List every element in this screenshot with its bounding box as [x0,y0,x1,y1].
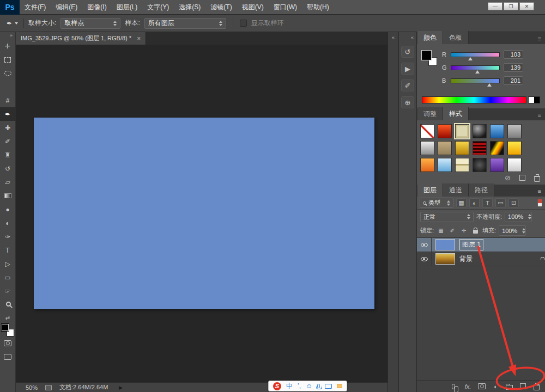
sogou-logo[interactable]: S [273,382,281,390]
menu-item-layer[interactable]: 图层(L) [112,0,143,15]
slider-thumb-icon[interactable] [468,57,473,60]
crop-tool[interactable]: # [0,94,16,107]
tab-adjustments[interactable]: 调整 [417,107,443,120]
style-swatch-no-style[interactable] [420,124,434,138]
adjustment-layer-button[interactable]: ◐ [492,383,499,390]
filter-adjustment-layers-button[interactable]: ◐ [469,198,480,207]
quick-mask-button[interactable] [0,336,16,350]
menu-item-select[interactable]: 选择(S) [174,0,205,15]
shape-tool[interactable]: ▭ [0,271,16,284]
style-swatch[interactable] [438,141,452,155]
style-swatch[interactable] [438,158,452,172]
blue-slider[interactable] [451,78,500,83]
clone-stamp-tool[interactable]: ♜ [0,148,16,162]
ime-punctuation-toggle[interactable]: ’, [298,383,301,389]
new-layer-button[interactable] [519,383,526,389]
layer-name[interactable]: 背景 [459,254,473,264]
pen-tool[interactable]: ✑ [0,230,16,243]
red-slider[interactable] [451,52,500,57]
blur-tool[interactable]: ● [0,203,16,216]
close-document-icon[interactable]: × [137,35,141,42]
filter-pixel-layers-button[interactable]: ▦ [456,198,467,207]
canvas-image[interactable] [34,118,374,309]
sample-size-dropdown[interactable]: 取样点 [60,18,120,29]
path-selection-tool[interactable]: ▷ [0,257,16,271]
gradient-tool[interactable] [0,189,16,203]
lock-transparent-pixels-button[interactable]: ▦ [437,226,445,235]
menu-item-image[interactable]: 图像(I) [82,0,111,15]
new-group-button[interactable] [506,383,513,390]
panel-menu-icon[interactable]: ≡ [538,35,541,42]
tab-color[interactable]: 颜色 [417,31,443,44]
ime-mic-button[interactable] [317,384,320,388]
clone-source-panel-button[interactable]: ⊕ [401,96,414,108]
menu-item-help[interactable]: 帮助(H) [302,0,334,15]
new-style-button[interactable] [519,175,525,181]
lock-position-button[interactable]: ✛ [459,226,468,235]
lock-all-button[interactable] [471,226,480,235]
show-sampling-ring-checkbox[interactable] [240,20,247,27]
menu-item-view[interactable]: 视图(V) [237,0,269,15]
style-swatch-selected[interactable] [455,124,469,138]
filter-type-dropdown[interactable]: 类型 [420,198,453,208]
screen-mode-button[interactable] [0,350,16,364]
layer-visibility-toggle[interactable] [417,238,432,252]
brush-tool[interactable]: ✐ [0,134,16,148]
dodge-tool[interactable]: ◐ [0,216,16,230]
style-swatch[interactable] [490,141,504,155]
canvas-area[interactable] [16,45,387,382]
tool-preset-picker[interactable]: ✒ [3,19,24,28]
style-swatch[interactable] [473,158,487,172]
menu-item-filter[interactable]: 滤镜(T) [205,0,237,15]
menu-item-edit[interactable]: 编辑(E) [51,0,82,15]
fill-dropdown[interactable]: 100% [499,225,526,236]
add-layer-mask-button[interactable] [478,383,486,389]
link-layers-button[interactable] [451,384,458,389]
tab-paths[interactable]: 路径 [469,183,494,197]
minimize-button[interactable]: — [488,2,502,10]
type-tool[interactable]: T [0,243,16,257]
tab-channels[interactable]: 通道 [443,183,469,197]
style-swatch[interactable] [490,124,504,138]
filter-smart-objects-button[interactable]: ⊡ [508,198,519,207]
style-swatch[interactable] [473,141,487,155]
style-swatch[interactable] [507,141,522,155]
toolbar-collapse-button[interactable]: » [10,32,15,39]
status-menu-arrow[interactable]: ▶ [119,385,123,390]
tab-swatches[interactable]: 色板 [443,31,469,44]
sample-dropdown[interactable]: 所有图层 [144,18,226,29]
zoom-level[interactable]: 50% [26,384,38,391]
ime-emoji-button[interactable]: ☺ [306,383,312,389]
menu-item-window[interactable]: 窗口(W) [269,0,302,15]
swap-colors-button[interactable]: ⇄ [5,314,10,321]
expand-panels-icon[interactable]: « [411,35,416,41]
filter-shape-layers-button[interactable]: ▭ [495,198,506,207]
style-swatch[interactable] [507,124,522,138]
layer-thumbnail[interactable] [435,239,455,250]
color-spectrum-ramp[interactable] [422,96,526,103]
style-swatch[interactable] [455,158,469,172]
eraser-tool[interactable]: ▱ [0,175,16,189]
green-slider[interactable] [451,65,500,70]
style-swatch[interactable] [420,141,434,155]
delete-layer-button[interactable] [533,383,540,390]
foreground-color-swatch[interactable] [422,51,431,60]
ime-language-mode[interactable]: 中 [286,383,293,389]
panel-menu-icon[interactable]: ≡ [538,188,541,194]
style-swatch[interactable] [420,158,434,172]
lock-image-pixels-button[interactable]: ✐ [448,226,457,235]
lasso-tool[interactable] [0,66,16,80]
collapse-dock-icon[interactable]: « [392,35,395,40]
close-button[interactable]: ✕ [519,2,534,10]
style-swatch[interactable] [438,124,452,138]
layer-row-background[interactable]: 背景 [417,252,545,266]
red-value-field[interactable]: 103 [504,50,523,59]
filter-type-layers-button[interactable]: T [482,198,493,207]
history-brush-tool[interactable]: ↺ [0,162,16,175]
menu-item-type[interactable]: 文字(Y) [142,0,174,15]
brush-presets-panel-button[interactable]: ✐ [401,79,414,91]
clear-style-button[interactable]: ⊘ [505,174,511,182]
eyedropper-tool[interactable]: ✒ [0,107,16,121]
foreground-color-swatch[interactable] [1,323,9,332]
layer-thumbnail[interactable] [435,253,455,265]
